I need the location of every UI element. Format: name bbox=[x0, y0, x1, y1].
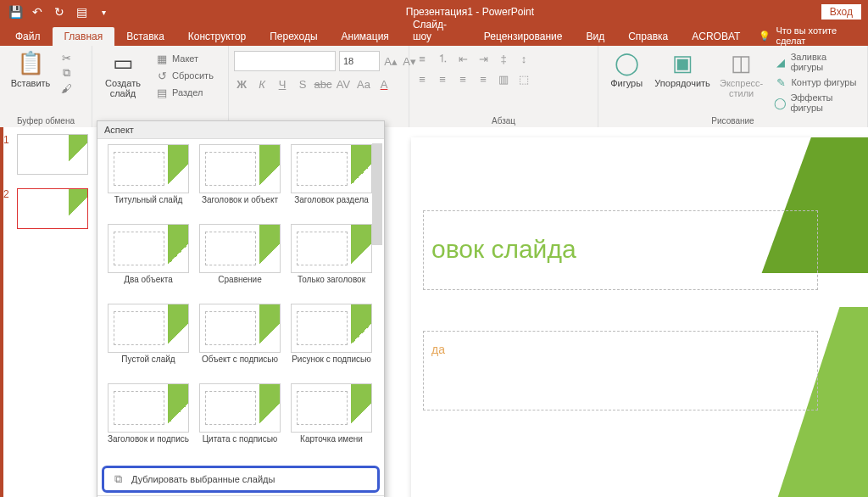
redo-icon[interactable]: ↻ bbox=[49, 2, 70, 22]
tab-file[interactable]: Файл bbox=[3, 27, 53, 46]
font-family-select[interactable] bbox=[234, 51, 336, 71]
font-size-select[interactable] bbox=[339, 51, 380, 71]
thumb-2[interactable]: 2 bbox=[12, 188, 88, 229]
layout-label: Титульный слайд bbox=[114, 195, 183, 215]
bulb-icon: 💡 bbox=[759, 31, 771, 42]
tellme-label: Что вы хотите сделат bbox=[776, 25, 858, 46]
tab-animation[interactable]: Анимация bbox=[330, 27, 401, 46]
columns-icon[interactable]: ▥ bbox=[496, 71, 511, 87]
layout-label: Карточка имени bbox=[300, 434, 363, 455]
layout-label: Цитата с подписью bbox=[203, 434, 278, 455]
new-slide-icon: ▭ bbox=[109, 49, 136, 76]
indent-inc-icon[interactable]: ⇥ bbox=[476, 51, 491, 66]
group-drawing-label: Рисование bbox=[604, 114, 862, 127]
save-icon[interactable]: 💾 bbox=[5, 2, 25, 22]
underline-icon[interactable]: Ч bbox=[275, 76, 290, 92]
tab-design[interactable]: Конструктор bbox=[176, 27, 258, 46]
layout-option[interactable]: Сравнение bbox=[196, 224, 284, 300]
thumb-1[interactable]: 1 bbox=[12, 134, 88, 175]
slide-title-text: овок слайда bbox=[431, 235, 576, 264]
layout-option[interactable]: Пустой слайд bbox=[104, 304, 192, 380]
layout-option[interactable]: Карточка имени bbox=[287, 383, 376, 460]
layout-option[interactable]: Титульный слайд bbox=[104, 144, 192, 221]
shape-effects-button[interactable]: ◯Эффекты фигуры bbox=[771, 92, 862, 114]
new-slide-button[interactable]: ▭ Создать слайд bbox=[97, 47, 148, 100]
smartart-icon[interactable]: ⬚ bbox=[516, 71, 531, 87]
outline-icon: ✎ bbox=[774, 75, 787, 89]
layout-label: Заголовок раздела bbox=[294, 195, 369, 215]
layout-label: Объект с подписью bbox=[202, 355, 278, 375]
tab-help[interactable]: Справка bbox=[616, 27, 680, 46]
layout-option[interactable]: Заголовок и объект bbox=[196, 144, 284, 221]
duplicate-slides-button[interactable]: ⧉ Дублировать выбранные слайды bbox=[102, 466, 380, 493]
signin-button[interactable]: Вход bbox=[821, 4, 861, 20]
format-painter-icon[interactable]: 🖌 bbox=[59, 81, 73, 95]
tab-review[interactable]: Рецензирование bbox=[472, 27, 575, 46]
numbering-icon[interactable]: ⒈ bbox=[435, 51, 450, 66]
font-color-icon[interactable]: A bbox=[376, 76, 392, 92]
layout-label: Заголовок и подпись bbox=[108, 434, 189, 455]
tab-slideshow[interactable]: Слайд-шоу bbox=[401, 15, 472, 46]
cut-icon[interactable]: ✂ bbox=[59, 51, 73, 64]
shape-fill-button[interactable]: ◢Заливка фигуры bbox=[771, 51, 862, 73]
layout-option[interactable]: Только заголовок bbox=[287, 224, 376, 300]
layout-option[interactable]: Заголовок и подпись bbox=[104, 383, 192, 460]
arrange-icon: ▣ bbox=[669, 49, 696, 76]
tab-transitions[interactable]: Переходы bbox=[258, 27, 329, 46]
arrange-button[interactable]: ▣ Упорядочить bbox=[653, 47, 711, 90]
tab-view[interactable]: Вид bbox=[574, 27, 616, 46]
layout-label: Сравнение bbox=[218, 275, 261, 295]
tab-insert[interactable]: Вставка bbox=[114, 27, 176, 46]
align-right-icon[interactable]: ≡ bbox=[455, 71, 470, 87]
tab-acrobat[interactable]: ACROBAT bbox=[680, 27, 752, 46]
align-left-icon[interactable]: ≡ bbox=[415, 71, 430, 87]
spacing-icon[interactable]: AV bbox=[336, 76, 351, 92]
strike-icon[interactable]: abc bbox=[315, 76, 331, 92]
gallery-header: Аспект bbox=[97, 121, 384, 139]
duplicate-icon: ⧉ bbox=[111, 472, 125, 486]
copy-icon[interactable]: ⧉ bbox=[59, 66, 73, 80]
layout-label: Пустой слайд bbox=[121, 355, 175, 375]
qat-more-icon[interactable]: ▾ bbox=[93, 2, 114, 22]
shapes-icon: ◯ bbox=[613, 49, 640, 76]
tab-home[interactable]: Главная bbox=[53, 27, 115, 46]
subtitle-placeholder[interactable] bbox=[423, 331, 818, 410]
layout-button[interactable]: ▦Макет bbox=[152, 51, 217, 66]
reset-icon: ↺ bbox=[155, 69, 169, 82]
justify-icon[interactable]: ≡ bbox=[476, 71, 491, 87]
shadow-icon[interactable]: S bbox=[295, 76, 310, 92]
case-icon[interactable]: Aa bbox=[356, 76, 371, 92]
tellme-search[interactable]: 💡 Что вы хотите сделат bbox=[752, 25, 865, 46]
layout-label: Заголовок и объект bbox=[202, 195, 278, 215]
effects-icon: ◯ bbox=[774, 96, 787, 109]
layout-option[interactable]: Рисунок с подписью bbox=[287, 304, 376, 380]
bullets-icon[interactable]: ≡ bbox=[415, 51, 430, 66]
indent-dec-icon[interactable]: ⇤ bbox=[455, 51, 470, 66]
section-button[interactable]: ▤Раздел bbox=[152, 85, 217, 100]
slide-canvas[interactable]: овок слайда да bbox=[411, 137, 868, 497]
slide-thumbnails: 1 2 bbox=[0, 127, 97, 497]
gallery-scrollbar[interactable] bbox=[372, 143, 382, 471]
shape-outline-button[interactable]: ✎Контур фигуры bbox=[771, 75, 862, 90]
layout-option[interactable]: Объект с подписью bbox=[196, 304, 284, 380]
slide-subtitle-text: да bbox=[431, 343, 445, 356]
text-direction-icon[interactable]: ↕ bbox=[516, 51, 531, 66]
paste-button[interactable]: 📋 Вставить bbox=[5, 47, 56, 90]
grow-font-icon[interactable]: A▴ bbox=[383, 53, 398, 69]
bold-icon[interactable]: Ж bbox=[234, 76, 249, 92]
layout-option[interactable]: Два объекта bbox=[104, 224, 192, 300]
start-show-icon[interactable]: ▤ bbox=[71, 2, 92, 22]
duplicate-label: Дублировать выбранные слайды bbox=[131, 474, 275, 484]
layout-option[interactable]: Цитата с подписью bbox=[196, 383, 284, 460]
new-slide-gallery: Аспект Титульный слайдЗаголовок и объект… bbox=[97, 120, 385, 497]
layout-option[interactable]: Заголовок раздела bbox=[287, 144, 376, 221]
align-center-icon[interactable]: ≡ bbox=[435, 71, 450, 87]
clipboard-icon: 📋 bbox=[17, 49, 44, 76]
undo-icon[interactable]: ↶ bbox=[27, 2, 47, 22]
line-spacing-icon[interactable]: ‡ bbox=[496, 51, 511, 66]
quick-styles-button[interactable]: ◫ Экспресс-стили bbox=[715, 47, 768, 100]
shapes-button[interactable]: ◯ Фигуры bbox=[604, 47, 649, 90]
section-icon: ▤ bbox=[155, 86, 169, 99]
italic-icon[interactable]: К bbox=[254, 76, 270, 92]
reset-button[interactable]: ↺Сбросить bbox=[152, 68, 217, 83]
